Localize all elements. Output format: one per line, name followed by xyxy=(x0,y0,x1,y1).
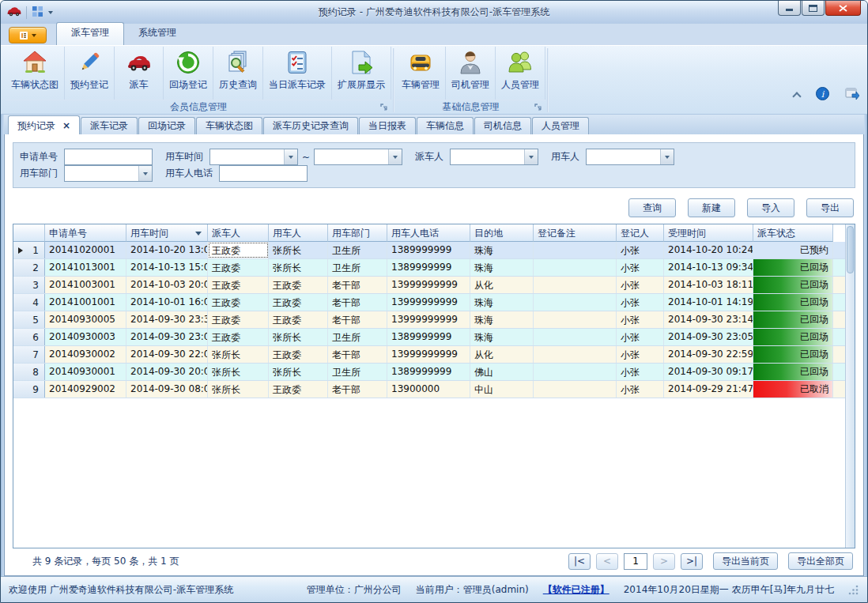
last-page-button[interactable]: >| xyxy=(681,553,703,570)
department-combo[interactable] xyxy=(64,165,153,182)
row-selector[interactable]: 8 xyxy=(13,364,45,380)
cell-user[interactable]: 张所长 xyxy=(269,364,328,380)
table-row[interactable]: 8201409300012014-09-30 20:00张所长张所长卫生所138… xyxy=(13,364,845,381)
col-header-destination[interactable]: 目的地 xyxy=(470,224,534,242)
cell-remark[interactable] xyxy=(534,277,617,293)
cell-use-time[interactable]: 2014-09-30 08:00 xyxy=(126,381,208,398)
cell-user[interactable]: 张所长 xyxy=(269,242,328,258)
cell-destination[interactable]: 珠海 xyxy=(470,259,534,276)
row-selector[interactable]: 5 xyxy=(13,311,45,328)
cell-apply-no[interactable]: 20141003001 xyxy=(45,277,126,293)
collapse-ribbon-icon[interactable] xyxy=(792,92,801,100)
cell-dispatch-status[interactable]: 已回场 xyxy=(753,346,833,363)
col-header-department[interactable]: 用车部门 xyxy=(328,224,387,242)
cell-dispatch-status[interactable]: 已回场 xyxy=(753,259,833,276)
col-header-remark[interactable]: 登记备注 xyxy=(534,224,617,242)
vehicle-manage-button[interactable]: 车辆管理 xyxy=(396,47,446,100)
cell-destination[interactable]: 中山 xyxy=(470,381,534,398)
tab-daily-report[interactable]: 当日报表 xyxy=(359,117,416,134)
cell-destination[interactable]: 珠海 xyxy=(470,294,534,311)
cell-department[interactable]: 卫生所 xyxy=(328,364,387,380)
cell-user[interactable]: 张所长 xyxy=(269,259,328,276)
col-header-accept-time[interactable]: 受理时间 xyxy=(664,224,753,242)
cell-dispatch-status[interactable]: 已回场 xyxy=(753,311,833,328)
chevron-down-icon[interactable] xyxy=(138,166,152,181)
cell-apply-no[interactable]: 20140929002 xyxy=(45,381,126,398)
cell-use-time[interactable]: 2014-10-01 16:00 xyxy=(126,294,208,311)
export-all-pages-button[interactable]: 导出全部页 xyxy=(788,552,853,570)
cell-dispatcher[interactable]: 张所长 xyxy=(208,381,269,398)
cell-destination[interactable]: 珠海 xyxy=(470,311,534,328)
tab-dispatch-history-query[interactable]: 派车历史记录查询 xyxy=(263,117,358,134)
cell-dispatcher[interactable]: 王政委 xyxy=(208,329,269,345)
help-icon[interactable]: i xyxy=(816,87,829,103)
phone-input[interactable] xyxy=(219,165,308,182)
cell-dispatcher[interactable]: 王政委 xyxy=(208,311,269,328)
tab-reservation-records[interactable]: 预约记录× xyxy=(8,115,80,134)
table-row[interactable]: 4201410010012014-10-01 16:00王政委王政委老干部139… xyxy=(13,294,845,311)
cell-use-time[interactable]: 2014-10-03 20:00 xyxy=(126,277,208,293)
personnel-manage-button[interactable]: 人员管理 xyxy=(496,47,545,100)
col-header-user[interactable]: 用车人 xyxy=(269,224,328,242)
cell-dispatch-status[interactable]: 已取消 xyxy=(753,381,833,398)
cell-dispatcher[interactable]: 王政委 xyxy=(208,277,269,293)
table-row[interactable]: 3201410030012014-10-03 20:00王政委王政委老干部139… xyxy=(13,277,845,294)
cell-destination[interactable]: 从化 xyxy=(470,277,534,293)
cell-department[interactable]: 卫生所 xyxy=(328,329,387,345)
extend-screen-button[interactable]: 扩展屏显示 xyxy=(332,47,391,100)
cell-apply-no[interactable]: 20141001001 xyxy=(45,294,126,311)
cell-dispatcher[interactable]: 张所长 xyxy=(208,364,269,380)
cell-phone[interactable]: 13999999999 xyxy=(387,277,470,293)
cell-remark[interactable] xyxy=(534,346,617,363)
cell-phone[interactable]: 1389999999 xyxy=(387,364,470,380)
cell-remark[interactable] xyxy=(534,242,617,258)
table-row[interactable]: 2201410130012014-10-13 15:00王政委张所长卫生所138… xyxy=(13,259,845,277)
cell-phone[interactable]: 13900000 xyxy=(387,381,470,398)
cell-accept-time[interactable]: 2014-09-30 23:05 xyxy=(664,329,753,345)
cell-department[interactable]: 老干部 xyxy=(328,311,387,328)
scrollbar-thumb[interactable] xyxy=(847,226,854,273)
cell-apply-no[interactable]: 20140930003 xyxy=(45,329,126,345)
dispatch-button[interactable]: 派车 xyxy=(115,47,164,100)
chevron-down-icon[interactable] xyxy=(524,149,538,164)
col-header-dispatch-status[interactable]: 派车状态 xyxy=(753,224,833,242)
cell-remark[interactable] xyxy=(534,259,617,276)
group-dialog-launcher-icon[interactable] xyxy=(379,103,389,112)
license-link[interactable]: 【软件已注册】 xyxy=(543,583,609,597)
cell-remark[interactable] xyxy=(534,329,617,345)
col-header-dispatcher[interactable]: 派车人 xyxy=(208,224,269,242)
row-selector[interactable]: 3 xyxy=(13,277,45,293)
cell-dispatch-status[interactable]: 已预约 xyxy=(753,242,833,258)
cell-accept-time[interactable]: 2014-10-13 09:34 xyxy=(664,259,753,276)
col-header-registrar[interactable]: 登记人 xyxy=(617,224,664,242)
cell-phone[interactable]: 1389999999 xyxy=(387,329,470,345)
cell-registrar[interactable]: 小张 xyxy=(617,311,664,328)
ribbon-tab-system-manage[interactable]: 系统管理 xyxy=(124,22,191,45)
new-button[interactable]: 新建 xyxy=(688,198,735,217)
cell-use-time[interactable]: 2014-09-30 20:00 xyxy=(126,364,208,380)
tab-dispatch-records[interactable]: 派车记录 xyxy=(81,117,138,134)
cell-phone[interactable]: 13999999999 xyxy=(387,346,470,363)
col-header-apply-no[interactable]: 申请单号 xyxy=(45,224,126,242)
cell-use-time[interactable]: 2014-09-30 23:30 xyxy=(126,311,208,328)
minimize-button[interactable] xyxy=(778,1,801,16)
cell-registrar[interactable]: 小张 xyxy=(617,242,664,258)
cell-registrar[interactable]: 小张 xyxy=(617,364,664,380)
cell-registrar[interactable]: 小张 xyxy=(617,381,664,398)
grid-icon[interactable] xyxy=(32,6,43,20)
cell-department[interactable]: 卫生所 xyxy=(328,242,387,258)
import-button[interactable]: 导入 xyxy=(747,198,794,217)
cell-use-time[interactable]: 2014-10-20 13:00 xyxy=(126,242,208,258)
tab-vehicle-info[interactable]: 车辆信息 xyxy=(417,117,474,134)
close-tab-icon[interactable]: × xyxy=(62,120,70,131)
cell-phone[interactable]: 13999999999 xyxy=(387,311,470,328)
cell-department[interactable]: 老干部 xyxy=(328,294,387,311)
cell-destination[interactable]: 珠海 xyxy=(470,242,534,258)
cell-department[interactable]: 卫生所 xyxy=(328,259,387,276)
vehicle-status-chart-button[interactable]: 车辆状态图 xyxy=(6,47,65,100)
tab-vehicle-status-chart[interactable]: 车辆状态图 xyxy=(196,117,262,134)
chevron-down-icon[interactable] xyxy=(660,149,674,164)
cell-dispatch-status[interactable]: 已回场 xyxy=(753,364,833,380)
cell-accept-time[interactable]: 2014-09-30 09:17 xyxy=(664,364,753,380)
cell-user[interactable]: 王政委 xyxy=(269,277,328,293)
